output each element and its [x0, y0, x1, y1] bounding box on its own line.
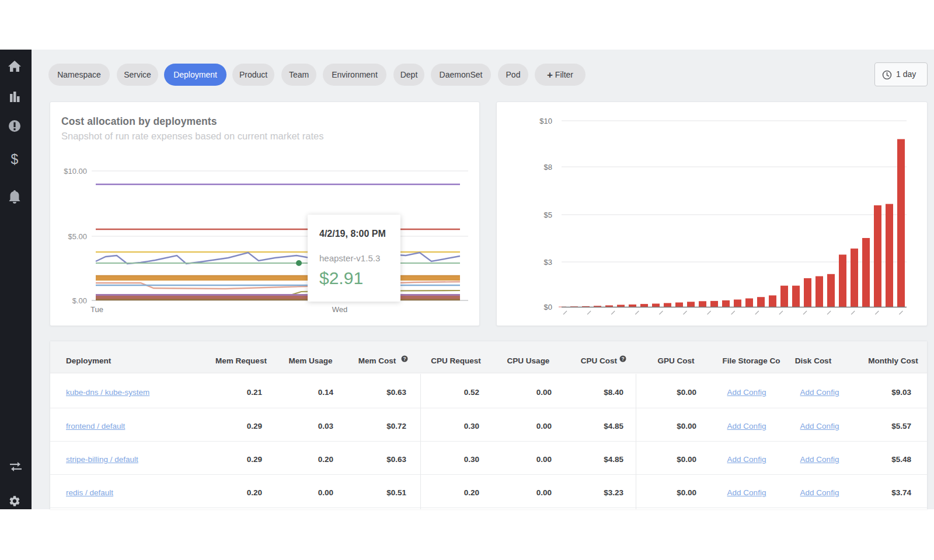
svg-text:$5.00: $5.00 [68, 232, 87, 241]
svg-text:$: $ [11, 152, 19, 167]
svg-text:Tue: Tue [90, 305, 103, 314]
svg-text:$.00: $.00 [72, 296, 87, 305]
svg-text:$8: $8 [544, 163, 552, 172]
svg-text:$10.00: $10.00 [64, 167, 87, 176]
svg-text:Wed: Wed [332, 305, 348, 314]
svg-text:$10: $10 [539, 117, 552, 125]
svg-text:$3: $3 [544, 258, 552, 267]
svg-text:$0: $0 [544, 303, 552, 312]
svg-text:$5: $5 [544, 211, 552, 219]
